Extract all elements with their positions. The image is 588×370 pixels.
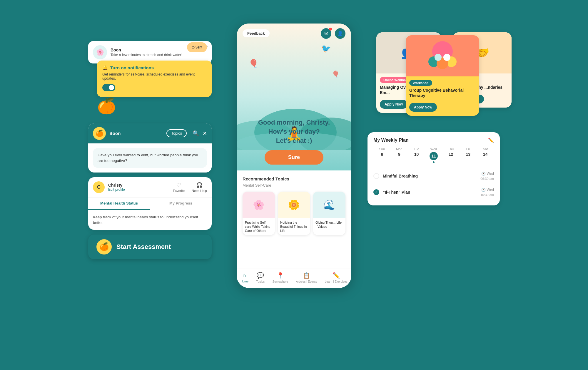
feedback-button[interactable]: Feedback [243, 29, 270, 37]
start-assessment-button[interactable]: 🍊 Start Assessment [88, 235, 212, 259]
topic-card-3[interactable]: 🌊 Giving Thou... Life - Values [313, 192, 345, 235]
character-icon: 🍊 [97, 97, 116, 115]
articles-icon: 📋 [303, 272, 310, 279]
assessment-icon: 🍊 [96, 239, 112, 255]
headphones-icon: 🎧 [196, 182, 203, 188]
bell-icon: 🔔 [102, 65, 108, 71]
svg-point-9 [443, 54, 450, 61]
phone-greeting: Good morning, Christy. How's your day? L… [258, 118, 330, 145]
notifications-toggle[interactable] [102, 84, 115, 91]
flying-bird: 🐦 [321, 44, 331, 53]
banner-title: 🔔 Turn on notifications [102, 65, 206, 71]
topic-label-2: Noticing the Beautiful Things in Life [278, 218, 310, 235]
topics-subtitle: Mental Self-Care [243, 183, 345, 187]
character-area: 🍊 [88, 97, 212, 118]
nav-articles-label: Articles | Events [296, 280, 317, 283]
phone-topbar: Feedback ✉ 👤 [237, 24, 351, 43]
task-check-1[interactable] [373, 173, 379, 179]
day-sun: Sun 8 [373, 147, 391, 163]
topic-img-2: 🌼 [278, 192, 310, 218]
profile-card: C Christy Edit profile ♡ Favorite 🎧 Need… [88, 177, 212, 230]
day-tue: Tue 10 [408, 147, 425, 163]
topics-button[interactable]: Topics [166, 129, 187, 137]
task-row-2: ✓ "If-Then" Plan 🕐 Wed 10:30 am [373, 184, 494, 200]
learn-icon: ✏️ [333, 272, 340, 279]
topic-img-1: 🌸 [243, 192, 275, 218]
tab-my-progress[interactable]: My Progress [150, 197, 212, 210]
nav-topics[interactable]: 💬 Topics [256, 272, 265, 283]
profile-name: Christy [108, 183, 125, 187]
day-fri: Fri 13 [460, 147, 477, 163]
notif-text: Take a few minutes to stretch and drink … [111, 53, 207, 57]
chat-header: 🍊 Boon Topics 🔍 ✕ [88, 123, 212, 143]
topics-icon: 💬 [257, 272, 264, 279]
nav-topics-label: Topics [256, 280, 265, 283]
edit-profile-link[interactable]: Edit profile [108, 187, 125, 192]
event-img-2 [406, 35, 479, 76]
nav-home[interactable]: ⌂ Home [240, 272, 248, 283]
right-panel: 👥 Online Webinar Managing Ove...whelming… [368, 32, 500, 205]
task-name-1: Mindful Breathing [383, 174, 477, 178]
day-sat: Sat 14 [477, 147, 494, 163]
apply-btn-2[interactable]: Apply Now [409, 103, 437, 112]
need-help-action[interactable]: 🎧 Need Help [192, 182, 207, 192]
favorite-action[interactable]: ♡ Favorite [173, 182, 185, 192]
topic-label-3: Giving Thou... Life - Values [313, 218, 345, 231]
task-day-2: Wed [487, 188, 494, 192]
balloon-2: 🎈 [332, 71, 340, 78]
close-icon[interactable]: ✕ [203, 130, 207, 137]
profile-icon-circle[interactable]: 👤 [335, 28, 345, 39]
day-wed: Wed 11 [425, 147, 442, 163]
task-day-1: Wed [487, 172, 494, 176]
tab-mental-health[interactable]: Mental Health Status [88, 197, 150, 210]
days-row: Sun 8 Mon 9 Tue 10 Wed 11 Thu [373, 147, 494, 163]
topic-card-1[interactable]: 🌸 Practicing Self-care While Taking Care… [243, 192, 275, 235]
svg-point-8 [435, 54, 442, 61]
event-badge-2: Workshop [409, 80, 432, 86]
edit-icon[interactable]: ✏️ [488, 138, 494, 143]
day-thu: Thu 12 [442, 147, 460, 163]
task-time-1: 🕐 Wed 06:30 am [480, 172, 494, 180]
profile-avatar: C [93, 181, 105, 193]
balloon-1: 🎈 [248, 59, 259, 68]
heart-icon: ♡ [176, 182, 181, 188]
nav-somewhere-label: Somewhere [273, 280, 288, 283]
chat-bubble: Have you ever wanted to vent, but worrie… [93, 148, 207, 168]
day-mon: Mon 9 [391, 147, 408, 163]
chat-card: 🍊 Boon Topics 🔍 ✕ Have you ever wanted t… [88, 123, 212, 173]
clock-icon-1: 🕐 [481, 172, 486, 176]
profile-info: Christy Edit profile [108, 183, 125, 192]
nav-somewhere[interactable]: 📍 Somewhere [273, 272, 288, 283]
topic-card-2[interactable]: 🌼 Noticing the Beautiful Things in Life [278, 192, 310, 235]
topic-label-1: Practicing Self-care While Taking Care o… [243, 218, 275, 235]
phone-nav: ⌂ Home 💬 Topics 📍 Somewhere 📋 Articles |… [237, 269, 351, 288]
search-icon[interactable]: 🔍 [193, 130, 199, 137]
nav-learn[interactable]: ✏️ Learn | Exercises [325, 272, 348, 283]
chat-bot-name: Boon [109, 131, 121, 136]
nav-articles[interactable]: 📋 Articles | Events [296, 272, 317, 283]
topic-img-3: 🌊 [313, 192, 345, 218]
topics-cards: 🌸 Practicing Self-care While Taking Care… [243, 192, 345, 235]
mail-icon-circle[interactable]: ✉ [321, 28, 331, 39]
weekly-plan-card: My Weekly Plan ✏️ Sun 8 Mon 9 Tue 10 [368, 132, 500, 205]
nav-learn-label: Learn | Exercises [325, 280, 348, 283]
task-name-2: "If-Then" Plan [383, 190, 477, 195]
left-panel: 🌸 Boon Take a few minutes to stretch and… [88, 41, 212, 259]
sure-button[interactable]: Sure [265, 150, 323, 165]
chat-icons: 🔍 ✕ [193, 130, 207, 137]
nav-home-label: Home [240, 280, 248, 283]
chat-bot-avatar: 🍊 [93, 127, 106, 140]
apply-btn-1[interactable]: Apply Now [380, 100, 407, 109]
today-dot [433, 161, 435, 163]
profile-actions: ♡ Favorite 🎧 Need Help [173, 182, 207, 192]
weekly-title: My Weekly Plan [373, 138, 409, 143]
center-phone: 🧘 🐦 🎈 🎈 Feedback ✉ 👤 Good morning, Chris… [237, 24, 351, 288]
phone-hero: 🧘 🐦 🎈 🎈 Feedback ✉ 👤 Good morning, Chris… [237, 24, 351, 170]
location-icon: 📍 [277, 272, 284, 279]
toggle-knob [109, 85, 114, 90]
event-card-2: Workshop Group Cognitive Behavorial Ther… [406, 35, 479, 116]
boon-avatar: 🌸 [93, 45, 107, 59]
task-check-2[interactable]: ✓ [373, 189, 379, 195]
notification-banner: 🔔 Turn on notifications Get reminders fo… [97, 61, 212, 97]
recommended-topics: Recommended Topics Mental Self-Care 🌸 Pr… [237, 170, 351, 241]
